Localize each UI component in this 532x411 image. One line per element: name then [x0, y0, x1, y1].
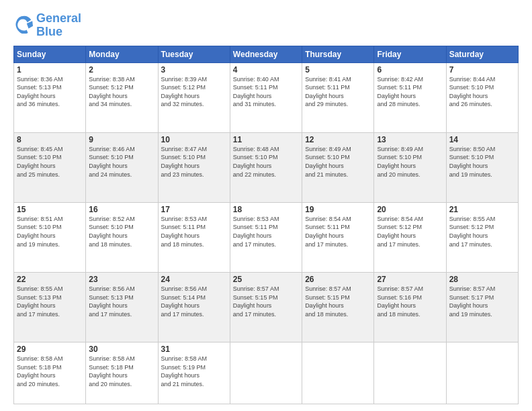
calendar-header-thursday: Thursday: [302, 46, 374, 62]
day-number: 6: [377, 65, 443, 75]
calendar-week-4: 22 Sunrise: 8:55 AM Sunset: 5:13 PM Dayl…: [14, 272, 519, 342]
calendar-week-2: 8 Sunrise: 8:45 AM Sunset: 5:10 PM Dayli…: [14, 132, 519, 202]
day-info: Sunrise: 8:51 AM Sunset: 5:10 PM Dayligh…: [17, 215, 83, 248]
day-number: 3: [161, 65, 227, 75]
calendar-cell: 20 Sunrise: 8:54 AM Sunset: 5:12 PM Dayl…: [374, 202, 446, 272]
day-info: Sunrise: 8:56 AM Sunset: 5:13 PM Dayligh…: [89, 285, 154, 318]
calendar-cell: 6 Sunrise: 8:42 AM Sunset: 5:11 PM Dayli…: [374, 62, 446, 132]
day-info: Sunrise: 8:53 AM Sunset: 5:11 PM Dayligh…: [233, 215, 299, 248]
calendar-cell: 24 Sunrise: 8:56 AM Sunset: 5:14 PM Dayl…: [158, 272, 230, 342]
day-info: Sunrise: 8:52 AM Sunset: 5:10 PM Dayligh…: [89, 215, 154, 248]
calendar-week-1: 1 Sunrise: 8:36 AM Sunset: 5:13 PM Dayli…: [14, 62, 519, 132]
day-number: 11: [233, 135, 299, 144]
calendar-cell: 17 Sunrise: 8:53 AM Sunset: 5:11 PM Dayl…: [158, 202, 230, 272]
day-info: Sunrise: 8:47 AM Sunset: 5:10 PM Dayligh…: [161, 145, 227, 179]
day-info: Sunrise: 8:48 AM Sunset: 5:10 PM Dayligh…: [233, 145, 299, 179]
day-number: 15: [17, 205, 83, 214]
day-info: Sunrise: 8:58 AM Sunset: 5:18 PM Dayligh…: [89, 355, 154, 388]
day-number: 27: [377, 275, 443, 284]
calendar-cell: [446, 342, 518, 404]
day-number: 21: [449, 205, 515, 214]
calendar-cell: 22 Sunrise: 8:55 AM Sunset: 5:13 PM Dayl…: [14, 272, 86, 342]
calendar-cell: 16 Sunrise: 8:52 AM Sunset: 5:10 PM Dayl…: [86, 202, 158, 272]
calendar-header-friday: Friday: [374, 46, 446, 62]
calendar-header-monday: Monday: [86, 46, 158, 62]
calendar-cell: 29 Sunrise: 8:58 AM Sunset: 5:18 PM Dayl…: [14, 342, 86, 404]
calendar-cell: 4 Sunrise: 8:40 AM Sunset: 5:11 PM Dayli…: [230, 62, 302, 132]
day-info: Sunrise: 8:46 AM Sunset: 5:10 PM Dayligh…: [89, 145, 154, 179]
calendar-header-tuesday: Tuesday: [158, 46, 230, 62]
day-info: Sunrise: 8:45 AM Sunset: 5:10 PM Dayligh…: [17, 145, 83, 179]
calendar-header-wednesday: Wednesday: [230, 46, 302, 62]
calendar-cell: 15 Sunrise: 8:51 AM Sunset: 5:10 PM Dayl…: [14, 202, 86, 272]
page: GeneralBlue SundayMondayTuesdayWednesday…: [0, 0, 532, 411]
day-number: 23: [89, 275, 154, 284]
calendar-cell: 5 Sunrise: 8:41 AM Sunset: 5:11 PM Dayli…: [302, 62, 374, 132]
day-number: 28: [449, 275, 515, 284]
calendar-cell: 27 Sunrise: 8:57 AM Sunset: 5:16 PM Dayl…: [374, 272, 446, 342]
day-number: 7: [449, 65, 515, 75]
day-number: 26: [305, 275, 371, 284]
day-number: 8: [17, 135, 83, 144]
day-number: 2: [89, 65, 154, 75]
calendar-cell: 9 Sunrise: 8:46 AM Sunset: 5:10 PM Dayli…: [86, 132, 158, 202]
day-info: Sunrise: 8:36 AM Sunset: 5:13 PM Dayligh…: [17, 75, 83, 109]
calendar-cell: 13 Sunrise: 8:49 AM Sunset: 5:10 PM Dayl…: [374, 132, 446, 202]
calendar-week-5: 29 Sunrise: 8:58 AM Sunset: 5:18 PM Dayl…: [14, 342, 519, 404]
day-info: Sunrise: 8:55 AM Sunset: 5:13 PM Dayligh…: [17, 285, 83, 318]
day-number: 31: [161, 345, 227, 354]
logo: GeneralBlue: [13, 12, 81, 39]
calendar-cell: [230, 342, 302, 404]
calendar-cell: 12 Sunrise: 8:49 AM Sunset: 5:10 PM Dayl…: [302, 132, 374, 202]
calendar-header-row: SundayMondayTuesdayWednesdayThursdayFrid…: [14, 46, 519, 62]
calendar-cell: 1 Sunrise: 8:36 AM Sunset: 5:13 PM Dayli…: [14, 62, 86, 132]
day-info: Sunrise: 8:38 AM Sunset: 5:12 PM Dayligh…: [89, 75, 154, 109]
calendar-week-3: 15 Sunrise: 8:51 AM Sunset: 5:10 PM Dayl…: [14, 202, 519, 272]
logo-text: GeneralBlue: [36, 12, 81, 39]
day-info: Sunrise: 8:57 AM Sunset: 5:15 PM Dayligh…: [305, 285, 371, 318]
logo-icon: [15, 15, 34, 34]
calendar-cell: [374, 342, 446, 404]
day-number: 16: [89, 205, 154, 214]
day-info: Sunrise: 8:54 AM Sunset: 5:11 PM Dayligh…: [305, 215, 371, 248]
day-info: Sunrise: 8:57 AM Sunset: 5:15 PM Dayligh…: [233, 285, 299, 318]
calendar-cell: 21 Sunrise: 8:55 AM Sunset: 5:12 PM Dayl…: [446, 202, 518, 272]
day-info: Sunrise: 8:57 AM Sunset: 5:16 PM Dayligh…: [377, 285, 443, 318]
calendar-cell: 26 Sunrise: 8:57 AM Sunset: 5:15 PM Dayl…: [302, 272, 374, 342]
calendar-cell: 23 Sunrise: 8:56 AM Sunset: 5:13 PM Dayl…: [86, 272, 158, 342]
day-info: Sunrise: 8:57 AM Sunset: 5:17 PM Dayligh…: [449, 285, 515, 318]
calendar-table: SundayMondayTuesdayWednesdayThursdayFrid…: [13, 46, 519, 404]
calendar-cell: 31 Sunrise: 8:58 AM Sunset: 5:19 PM Dayl…: [158, 342, 230, 404]
calendar-cell: 28 Sunrise: 8:57 AM Sunset: 5:17 PM Dayl…: [446, 272, 518, 342]
day-number: 24: [161, 275, 227, 284]
day-number: 10: [161, 135, 227, 144]
day-number: 13: [377, 135, 443, 144]
calendar-cell: 30 Sunrise: 8:58 AM Sunset: 5:18 PM Dayl…: [86, 342, 158, 404]
day-info: Sunrise: 8:49 AM Sunset: 5:10 PM Dayligh…: [305, 145, 371, 179]
calendar-cell: 18 Sunrise: 8:53 AM Sunset: 5:11 PM Dayl…: [230, 202, 302, 272]
day-info: Sunrise: 8:41 AM Sunset: 5:11 PM Dayligh…: [305, 75, 371, 109]
day-number: 19: [305, 205, 371, 214]
day-info: Sunrise: 8:55 AM Sunset: 5:12 PM Dayligh…: [449, 215, 515, 248]
calendar-header-sunday: Sunday: [14, 46, 86, 62]
day-number: 17: [161, 205, 227, 214]
day-number: 9: [89, 135, 154, 144]
day-info: Sunrise: 8:39 AM Sunset: 5:12 PM Dayligh…: [161, 75, 227, 109]
day-info: Sunrise: 8:40 AM Sunset: 5:11 PM Dayligh…: [233, 75, 299, 109]
calendar-cell: 8 Sunrise: 8:45 AM Sunset: 5:10 PM Dayli…: [14, 132, 86, 202]
day-number: 5: [305, 65, 371, 75]
day-info: Sunrise: 8:50 AM Sunset: 5:10 PM Dayligh…: [449, 145, 515, 179]
calendar-cell: 2 Sunrise: 8:38 AM Sunset: 5:12 PM Dayli…: [86, 62, 158, 132]
day-number: 18: [233, 205, 299, 214]
day-number: 29: [17, 345, 83, 354]
day-info: Sunrise: 8:58 AM Sunset: 5:19 PM Dayligh…: [161, 355, 227, 388]
calendar-cell: 10 Sunrise: 8:47 AM Sunset: 5:10 PM Dayl…: [158, 132, 230, 202]
day-info: Sunrise: 8:49 AM Sunset: 5:10 PM Dayligh…: [377, 145, 443, 179]
day-info: Sunrise: 8:53 AM Sunset: 5:11 PM Dayligh…: [161, 215, 227, 248]
calendar-cell: 25 Sunrise: 8:57 AM Sunset: 5:15 PM Dayl…: [230, 272, 302, 342]
day-number: 20: [377, 205, 443, 214]
day-number: 30: [89, 345, 154, 354]
day-number: 14: [449, 135, 515, 144]
day-info: Sunrise: 8:42 AM Sunset: 5:11 PM Dayligh…: [377, 75, 443, 109]
calendar-cell: 14 Sunrise: 8:50 AM Sunset: 5:10 PM Dayl…: [446, 132, 518, 202]
